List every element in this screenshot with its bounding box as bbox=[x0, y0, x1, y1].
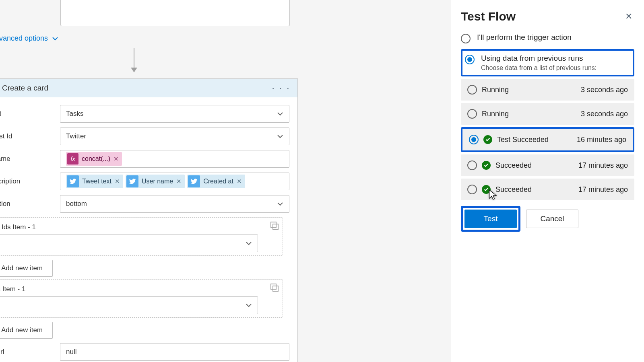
radio-icon bbox=[467, 185, 477, 194]
test-button[interactable]: Test bbox=[464, 210, 517, 228]
connector-arrow-icon bbox=[134, 48, 134, 72]
switch-view-icon[interactable] bbox=[270, 221, 279, 230]
check-icon bbox=[483, 135, 492, 144]
radio-icon bbox=[467, 109, 477, 119]
test-flow-panel: Test Flow ✕ I'll perform the trigger act… bbox=[451, 0, 644, 362]
source-url-label: urce Url bbox=[0, 348, 54, 356]
card-position-value: bottom bbox=[66, 200, 87, 208]
panel-title: Test Flow bbox=[461, 10, 516, 23]
step-more-icon[interactable]: · · · bbox=[272, 82, 292, 95]
cancel-button[interactable]: Cancel bbox=[526, 210, 578, 228]
created-at-token[interactable]: Created at ✕ bbox=[187, 175, 245, 188]
radio-icon bbox=[465, 55, 475, 64]
advanced-options-label: ow advanced options bbox=[0, 34, 48, 43]
add-member-item-button[interactable]: ＋ Add new item bbox=[0, 260, 53, 277]
chevron-down-icon bbox=[246, 302, 252, 309]
label-ids-select[interactable]: blue bbox=[0, 296, 258, 314]
svg-rect-3 bbox=[273, 286, 278, 291]
source-url-value: null bbox=[66, 348, 76, 356]
source-url-input[interactable]: null bbox=[60, 343, 289, 361]
remove-token-icon[interactable]: ✕ bbox=[176, 178, 182, 185]
chevron-down-icon bbox=[277, 111, 283, 117]
add-label-item-button[interactable]: ＋ Add new item bbox=[0, 322, 53, 339]
twitter-icon bbox=[126, 175, 138, 187]
label-ids-section: bel Ids Item - 1 blue bbox=[0, 279, 283, 318]
remove-token-icon[interactable]: ✕ bbox=[115, 178, 120, 185]
svg-rect-2 bbox=[271, 284, 276, 289]
member-ids-select[interactable] bbox=[0, 234, 258, 252]
member-ids-label: ember Ids Item - 1 bbox=[0, 221, 277, 234]
option-previous-runs[interactable]: Using data from previous runs Choose dat… bbox=[465, 52, 630, 73]
run-item[interactable]: Running 3 seconds ago bbox=[461, 79, 634, 101]
radio-icon bbox=[469, 135, 479, 144]
label-ids-label: bel Ids Item - 1 bbox=[0, 283, 277, 296]
highlight-option-previous: Using data from previous runs Choose dat… bbox=[461, 49, 634, 76]
run-item[interactable]: Succeeded 17 minutes ago bbox=[461, 179, 634, 200]
card-name-label: ard Name bbox=[0, 155, 54, 163]
switch-view-icon[interactable] bbox=[270, 283, 279, 292]
chevron-down-icon bbox=[277, 201, 283, 207]
chevron-down-icon bbox=[277, 133, 283, 140]
username-token[interactable]: User name ✕ bbox=[126, 175, 185, 188]
advanced-options-link[interactable]: ow advanced options bbox=[0, 34, 58, 43]
parent-list-value: Twitter bbox=[66, 132, 86, 140]
card-position-select[interactable]: bottom bbox=[60, 195, 289, 213]
step-title: Create a card bbox=[2, 84, 272, 93]
board-id-value: Tasks bbox=[66, 110, 83, 118]
card-desc-input[interactable]: Tweet text ✕ User name ✕ Created at ✕ bbox=[60, 173, 289, 190]
parent-list-label: rent List Id bbox=[0, 132, 54, 140]
fx-icon: fx bbox=[67, 153, 78, 165]
card-desc-label: d Description bbox=[0, 177, 54, 185]
member-ids-section: ember Ids Item - 1 bbox=[0, 217, 283, 256]
board-id-select[interactable]: Tasks bbox=[60, 105, 289, 123]
radio-icon bbox=[467, 160, 477, 170]
prev-step-box bbox=[60, 0, 290, 26]
parent-list-select[interactable]: Twitter bbox=[60, 128, 289, 145]
run-item[interactable]: Succeeded 17 minutes ago bbox=[461, 154, 634, 176]
board-id-label: oard Id bbox=[0, 110, 54, 118]
remove-token-icon[interactable]: ✕ bbox=[114, 155, 119, 162]
remove-token-icon[interactable]: ✕ bbox=[237, 178, 242, 185]
step-form: oard Id Tasks rent List Id Twitter ard N… bbox=[0, 97, 297, 361]
svg-rect-0 bbox=[271, 222, 276, 227]
run-item[interactable]: Test Succeeded 16 minutes ago bbox=[462, 129, 633, 150]
card-position-label: d Position bbox=[0, 200, 54, 208]
expression-token[interactable]: fx concat(...) ✕ bbox=[66, 152, 122, 166]
radio-icon bbox=[467, 85, 477, 95]
twitter-icon bbox=[67, 175, 79, 187]
twitter-icon bbox=[188, 175, 200, 187]
chevron-down-icon bbox=[52, 35, 58, 42]
previous-runs-list: Running 3 seconds ago Running 3 seconds … bbox=[461, 79, 634, 200]
close-panel-button[interactable]: ✕ bbox=[623, 11, 634, 22]
expression-text: concat(...) bbox=[82, 155, 110, 162]
option-manual[interactable]: I'll perform the trigger action bbox=[461, 31, 634, 49]
tweet-text-token[interactable]: Tweet text ✕ bbox=[66, 175, 123, 188]
check-icon bbox=[482, 161, 491, 170]
svg-rect-1 bbox=[273, 224, 278, 229]
highlight-selected-run: Test Succeeded 16 minutes ago bbox=[461, 127, 634, 152]
check-icon bbox=[482, 185, 491, 194]
card-name-input[interactable]: fx concat(...) ✕ bbox=[60, 150, 289, 168]
run-item[interactable]: Running 3 seconds ago bbox=[461, 103, 634, 125]
step-header[interactable]: Create a card · · · bbox=[0, 79, 297, 97]
chevron-down-icon bbox=[246, 240, 252, 247]
flow-canvas: ow advanced options Create a card · · · … bbox=[0, 0, 423, 362]
radio-icon bbox=[461, 34, 471, 43]
create-card-step: Create a card · · · oard Id Tasks rent L… bbox=[0, 78, 298, 362]
highlight-test-button: Test bbox=[461, 206, 520, 232]
